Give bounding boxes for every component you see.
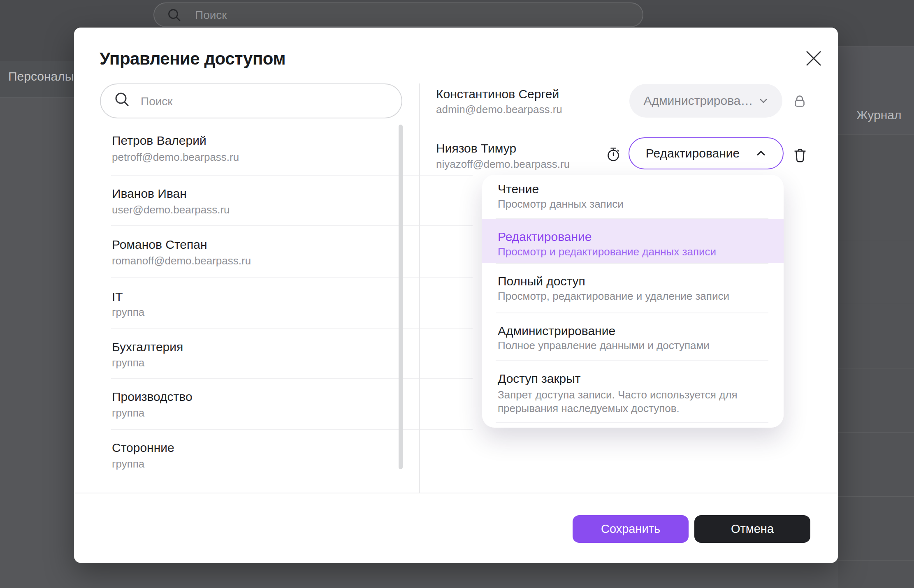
option-description: Просмотр и редактирование данных записи [498,245,716,258]
list-item-subtitle: petroff@demo.bearpass.ru [112,151,239,163]
option-title: Доступ закрыт [498,372,581,386]
access-entry-email: niyazoff@demo.bearpass.ru [436,158,570,170]
list-item-name[interactable]: Иванов Иван [112,187,187,201]
access-entry-name: Ниязов Тимур [436,141,516,155]
divider [111,225,473,226]
search-icon [115,93,130,107]
option-description: Просмотр данных записи [498,198,624,210]
list-item-name[interactable]: IT [112,290,123,304]
close-icon [803,48,824,69]
list-item-subtitle: группа [112,407,144,419]
column-divider [419,83,420,493]
option-description: Запрет доступа записи. Часто используетс… [498,388,761,415]
close-button[interactable] [803,48,824,69]
chevron-down-icon [759,96,768,106]
divider [838,304,914,304]
divider [838,46,914,47]
divider [838,496,914,497]
global-search-input[interactable] [194,3,607,27]
background-table-strip: Журнал [838,0,914,588]
role-select-value: Администрирова… [643,94,753,108]
list-item-name[interactable]: Бухгалтерия [112,340,183,354]
access-management-modal: Управление доступом Петров Валерий petro… [74,28,838,563]
lock-icon [793,94,807,108]
list-item-subtitle: romanoff@demo.bearpass.ru [112,255,251,267]
divider [111,378,473,379]
chevron-up-icon [756,148,766,159]
list-item-subtitle: user@demo.bearpass.ru [112,204,230,216]
option-title: Администрирование [498,324,615,338]
access-entry-name: Константинов Сергей [436,87,559,101]
list-item-name[interactable]: Романов Степан [112,238,207,252]
list-item-name[interactable]: Петров Валерий [112,134,206,148]
trash-icon[interactable] [793,147,807,163]
role-dropdown-menu: Чтение Просмотр данных записи Редактиров… [482,175,784,428]
modal-title: Управление доступом [100,47,285,70]
divider [111,277,473,278]
role-select-value: Редактирование [646,146,740,160]
background-table-header [838,0,914,46]
option-title: Полный доступ [498,274,585,288]
divider [496,360,768,361]
divider [496,313,768,313]
option-description: Полное управление данными и доступами [498,339,710,352]
divider [496,263,768,264]
list-item-subtitle: группа [112,306,144,318]
list-item-subtitle: группа [112,458,144,470]
access-entry-email: admin@demo.bearpass.ru [436,103,562,116]
list-item-subtitle: группа [112,357,144,369]
option-title: Чтение [498,182,539,196]
divider [111,175,473,176]
cancel-button[interactable]: Отмена [694,515,810,543]
journal-column-label[interactable]: Журнал [856,108,901,122]
stopwatch-icon[interactable] [605,146,622,162]
divider [838,368,914,368]
member-search-field[interactable] [100,83,402,118]
option-description: Просмотр, редактирование и удаление запи… [498,290,729,302]
list-item-name[interactable]: Сторонние [112,441,174,455]
divider [496,218,768,219]
save-button[interactable]: Сохранить [573,515,689,543]
divider [111,328,473,329]
divider [838,134,914,135]
divider [111,429,473,430]
divider [838,432,914,433]
tab-personal[interactable]: Персональный [8,69,73,84]
global-search-field[interactable] [153,2,643,27]
divider [838,240,914,240]
role-select-editing[interactable]: Редактирование [629,137,784,169]
option-title: Редактирование [498,230,592,244]
search-icon [168,9,182,23]
list-item-name[interactable]: Производство [112,390,193,404]
divider [838,560,914,561]
role-select-admin[interactable]: Администрирова… [629,84,782,118]
member-search-input[interactable] [140,84,388,118]
divider [496,422,768,423]
footer-divider [74,493,838,493]
scrollbar[interactable] [399,125,403,469]
